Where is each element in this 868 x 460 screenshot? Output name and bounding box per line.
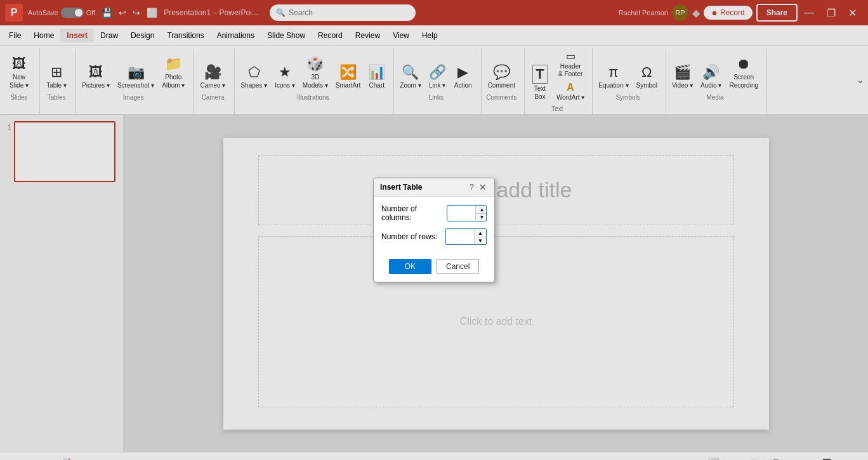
columns-up-button[interactable]: ▲ bbox=[476, 206, 487, 213]
dialog-title: Insert Table bbox=[380, 183, 422, 192]
insert-table-dialog: Insert Table ? ✕ Number of columns: 5 ▲ … bbox=[373, 178, 495, 282]
rows-label: Number of rows: bbox=[381, 232, 437, 241]
dialog-footer: OK Cancel bbox=[374, 256, 494, 282]
columns-label: Number of columns: bbox=[381, 204, 447, 222]
ok-button[interactable]: OK bbox=[389, 259, 431, 274]
columns-spinner[interactable]: 5 ▲ ▼ bbox=[447, 205, 487, 221]
columns-down-button[interactable]: ▼ bbox=[476, 213, 487, 221]
dialog-body: Number of columns: 5 ▲ ▼ Number of rows:… bbox=[374, 197, 494, 256]
columns-input[interactable]: 5 bbox=[447, 206, 475, 221]
rows-row: Number of rows: 2 ▲ ▼ bbox=[381, 228, 487, 245]
columns-row: Number of columns: 5 ▲ ▼ bbox=[381, 204, 487, 222]
cancel-button[interactable]: Cancel bbox=[437, 259, 479, 274]
rows-up-button[interactable]: ▲ bbox=[475, 229, 486, 237]
rows-spinner[interactable]: 2 ▲ ▼ bbox=[445, 228, 487, 245]
dialog-help-button[interactable]: ? bbox=[470, 183, 474, 192]
rows-down-button[interactable]: ▼ bbox=[475, 237, 486, 244]
dialog-header: Insert Table ? ✕ bbox=[374, 178, 494, 197]
rows-input[interactable]: 2 bbox=[446, 229, 474, 244]
dialog-overlay: Insert Table ? ✕ Number of columns: 5 ▲ … bbox=[0, 0, 868, 460]
dialog-close-button[interactable]: ✕ bbox=[478, 182, 488, 192]
